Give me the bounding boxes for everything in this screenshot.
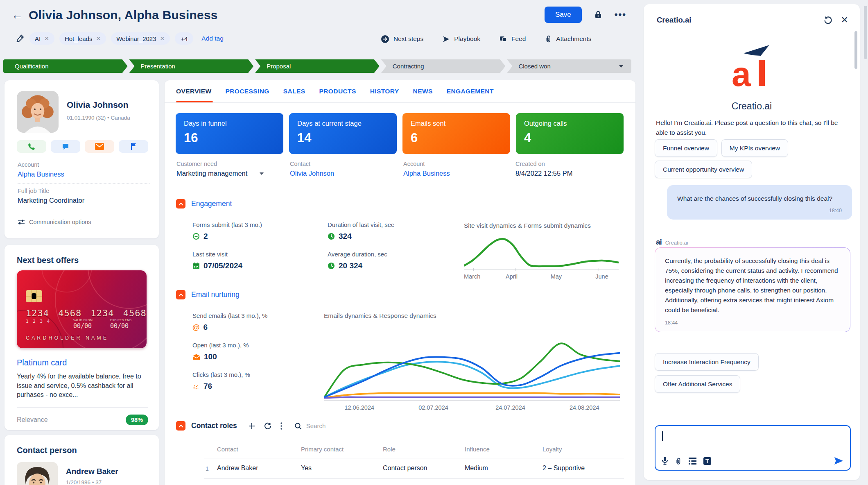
flag-button[interactable] <box>119 140 148 153</box>
microphone-icon[interactable] <box>662 457 668 465</box>
funnel-stage-proposal[interactable]: Proposal <box>255 59 380 73</box>
tag-chip[interactable]: Hot_leads✕ <box>59 32 106 45</box>
kpi-outgoing-calls[interactable]: Outgoing calls 4 <box>516 113 624 154</box>
text-format-icon[interactable] <box>703 457 711 465</box>
tick-label: March <box>464 273 480 280</box>
kpi-value: 4 <box>524 131 615 145</box>
restart-chat-icon[interactable] <box>823 16 832 25</box>
phone-icon <box>27 143 36 151</box>
collapse-icon[interactable] <box>176 290 185 299</box>
save-button[interactable]: Save <box>545 7 582 23</box>
clock-icon <box>328 233 335 240</box>
contact-person-title: Contact person <box>17 446 77 455</box>
attachments-button[interactable]: Attachments <box>545 35 591 43</box>
communication-options-button[interactable]: Communication options <box>18 219 91 225</box>
open-rate-metric: Open (last 3 mo.), % 100 <box>192 342 249 361</box>
contact-person-name[interactable]: Andrew Baker <box>66 467 118 476</box>
offer-description: Yearly 4% for the available balance, fre… <box>17 372 148 400</box>
refresh-icon[interactable] <box>264 422 271 430</box>
collapse-icon[interactable] <box>176 199 185 209</box>
account-field: Account Alpha Business <box>403 161 515 177</box>
metric-value: 07/05/2024 <box>203 261 242 270</box>
tags-bar: AI✕ Hot_leads✕ Webinar_2023✕ +4 Add tag <box>16 32 224 45</box>
page-scrollbar-thumb[interactable] <box>864 6 867 59</box>
kpi-days-at-stage[interactable]: Days at current stage 14 <box>289 113 397 154</box>
engagement-section-header: Engagement <box>176 199 232 209</box>
engagement-title: Engagement <box>191 199 232 208</box>
attach-file-icon[interactable] <box>675 457 682 465</box>
tick <box>557 268 558 271</box>
creatio-ai-panel: Creatio.ai ✕ a Creatio.ai Hello! I'm Cre… <box>644 4 860 480</box>
column-header-influence[interactable]: Influence <box>465 446 490 453</box>
kpi-emails-sent[interactable]: Emails sent 6 <box>402 113 510 154</box>
divider <box>204 458 624 458</box>
tag-remove-icon[interactable]: ✕ <box>96 35 101 42</box>
tag-edit-icon[interactable] <box>16 34 25 43</box>
call-button[interactable] <box>17 140 46 153</box>
feed-button[interactable]: Feed <box>499 35 526 43</box>
email-button[interactable] <box>85 140 114 153</box>
close-icon[interactable]: ✕ <box>841 16 848 25</box>
kpi-days-in-funnel[interactable]: Days in funnel 16 <box>176 113 283 154</box>
row-contact-link[interactable]: Andrew Baker <box>217 465 258 472</box>
chevron-down-icon[interactable] <box>619 65 623 68</box>
send-icon[interactable] <box>834 457 843 465</box>
add-icon[interactable] <box>249 423 255 429</box>
account-label: Account <box>18 161 64 168</box>
column-header-primary-contact[interactable]: Primary contact <box>301 446 344 453</box>
funnel-stage-closed-won[interactable]: Closed won <box>507 59 631 73</box>
field-label: Contact <box>290 161 403 167</box>
tab-engagement[interactable]: ENGAGEMENT <box>447 80 494 102</box>
tag-chip[interactable]: Webinar_2023✕ <box>111 32 170 45</box>
chat-button[interactable] <box>51 140 80 153</box>
tab-processing[interactable]: PROCESSING <box>225 80 269 102</box>
tick-label: April <box>506 273 518 280</box>
back-icon[interactable]: ← <box>11 9 23 21</box>
tab-bar: OVERVIEW PROCESSING SALES PRODUCTS HISTO… <box>165 80 635 103</box>
playbook-button[interactable]: Playbook <box>442 35 480 43</box>
more-actions-icon[interactable]: ••• <box>615 9 626 20</box>
column-header-role[interactable]: Role <box>383 446 396 453</box>
suggestion-funnel-overview[interactable]: Funnel overview <box>655 139 717 157</box>
column-header-contact[interactable]: Contact <box>217 446 238 453</box>
user-message-text: What are the chances of successfully clo… <box>677 195 832 202</box>
ai-message-author: ai Creatio.ai <box>656 238 688 247</box>
tag-chip[interactable]: AI✕ <box>29 32 54 45</box>
metric-label: Send emails (last 3 mo.), % <box>192 312 267 319</box>
tag-remove-icon[interactable]: ✕ <box>160 35 165 42</box>
outline-list-icon[interactable] <box>689 458 696 465</box>
search-input[interactable] <box>305 422 352 430</box>
customer-need-select[interactable]: Marketing management <box>176 170 290 177</box>
account-link[interactable]: Alpha Business <box>18 170 64 178</box>
next-steps-button[interactable]: Next steps <box>381 35 423 43</box>
collapse-icon[interactable] <box>176 421 185 431</box>
contact-link[interactable]: Olivia Johnson <box>290 170 403 177</box>
suggestion-kpis-overview[interactable]: My KPIs overview <box>721 139 788 157</box>
tab-overview[interactable]: OVERVIEW <box>176 80 211 102</box>
funnel-stage-presentation[interactable]: Presentation <box>129 59 254 73</box>
tab-news[interactable]: NEWS <box>413 80 433 102</box>
offer-name-link[interactable]: Platinum card <box>17 358 67 367</box>
funnel-stage-label: Closed won <box>518 63 550 70</box>
increase-interaction-button[interactable]: Increase Interaction Frequency <box>655 353 759 371</box>
ai-panel-title: Creatio.ai <box>657 16 823 25</box>
expires-label: EXPIRES END <box>110 319 132 322</box>
tab-sales[interactable]: SALES <box>283 80 305 102</box>
add-tag-button[interactable]: Add tag <box>201 35 223 42</box>
tab-history[interactable]: HISTORY <box>370 80 399 102</box>
kpi-value: 6 <box>411 131 502 145</box>
lock-icon[interactable] <box>593 10 603 20</box>
account-link[interactable]: Alpha Business <box>403 170 515 177</box>
offer-services-button[interactable]: Offer Additional Services <box>655 375 740 393</box>
tag-remove-icon[interactable]: ✕ <box>44 35 49 42</box>
funnel-stage-qualification[interactable]: Qualification <box>3 59 128 73</box>
suggestion-opportunity-overview[interactable]: Current opportunity overview <box>655 161 752 178</box>
tab-products[interactable]: PRODUCTS <box>319 80 356 102</box>
funnel-stage-contracting[interactable]: Contracting <box>381 59 506 73</box>
kebab-menu-icon[interactable] <box>280 422 282 430</box>
chat-input[interactable] <box>655 425 851 471</box>
field-label: Created on <box>515 161 629 167</box>
column-header-loyalty[interactable]: Loyalty <box>542 446 562 453</box>
tags-overflow-chip[interactable]: +4 <box>175 32 193 45</box>
contact-roles-search[interactable] <box>294 422 352 430</box>
